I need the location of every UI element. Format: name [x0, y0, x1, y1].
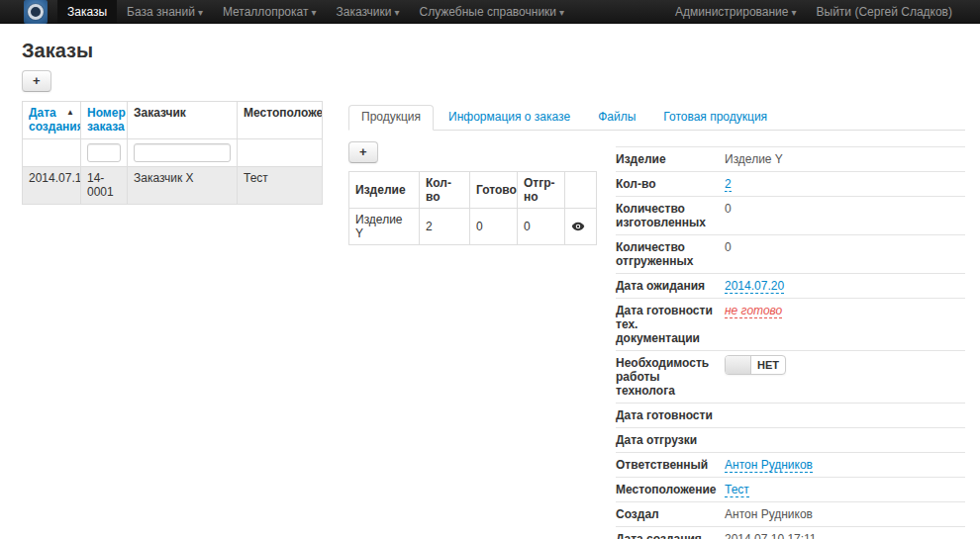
- orders-filter-cell: [238, 138, 323, 166]
- chevron-down-icon: ▾: [198, 7, 203, 18]
- products-column-header: [565, 172, 597, 209]
- order-cell: Тест: [238, 166, 323, 204]
- editable-value[interactable]: Тест: [725, 483, 749, 497]
- detail-row: МестоположениеТест: [616, 477, 965, 501]
- sort-asc-icon[interactable]: ▲: [66, 108, 74, 118]
- add-order-button[interactable]: +: [22, 70, 51, 92]
- orders-table: ▲Дата созданияНомер заказаЗаказчикМестоп…: [22, 101, 323, 205]
- order-cell: 14-0001: [81, 166, 128, 204]
- logo-icon[interactable]: [24, 0, 48, 24]
- detail-value: 0: [725, 235, 965, 259]
- navbar-left: ЗаказыБаза знаний▾Металлопрокат▾Заказчик…: [24, 0, 574, 23]
- detail-row: Дата готовности тех. документациине гото…: [616, 298, 965, 350]
- order-cell: Заказчик X: [128, 166, 238, 204]
- detail-label: Дата ожидания: [616, 274, 725, 298]
- detail-label: Необходимость работы технолога: [616, 351, 725, 403]
- tab-3[interactable]: Готовая продукция: [650, 105, 780, 131]
- products-column-header: Готово: [470, 172, 518, 209]
- detail-value: [725, 428, 965, 451]
- detail-row: Необходимость работы технологаНЕТ: [616, 350, 965, 403]
- navbar-item-label: Заказчики: [336, 5, 391, 19]
- orders-column-header: Номер заказа: [81, 102, 128, 139]
- products-column-header: Кол-во: [420, 172, 470, 209]
- detail-value: НЕТ: [725, 351, 965, 380]
- chevron-down-icon: ▾: [311, 7, 316, 18]
- navbar-item-label: База знаний: [127, 5, 195, 19]
- detail-value: Изделие Y: [725, 147, 965, 171]
- orders-filter-input-1[interactable]: [87, 143, 121, 162]
- products-panel: + ИзделиеКол-воГотовоОтгр-но Изделие Y20…: [348, 131, 616, 245]
- products-table: ИзделиеКол-воГотовоОтгр-но Изделие Y200: [348, 171, 597, 245]
- orders-column-label: Местоположение: [244, 106, 323, 120]
- products-column-header: Изделие: [349, 172, 420, 209]
- tab-1[interactable]: Информация о заказе: [436, 105, 583, 131]
- orders-column-label[interactable]: Номер заказа: [87, 106, 126, 134]
- detail-label: Количество отгруженных: [616, 235, 725, 273]
- detail-label: Дата отгрузки: [616, 428, 725, 452]
- detail-value: Антон Рудников: [725, 502, 965, 526]
- chevron-down-icon: ▾: [791, 7, 796, 18]
- orders-column-header: Местоположение: [238, 102, 323, 139]
- navbar-item-3[interactable]: Заказчики▾: [326, 0, 409, 23]
- detail-value: не готово: [725, 299, 965, 322]
- product-action-cell: [565, 209, 597, 245]
- tab-bar: ПродукцияИнформация о заказеФайлыГотовая…: [348, 105, 965, 131]
- navbar-item-0[interactable]: Заказы: [57, 0, 117, 23]
- chevron-down-icon: ▾: [559, 7, 564, 18]
- toggle-knob-icon: [726, 356, 751, 374]
- navbar-item-label: Выйти (Сергей Сладков): [817, 5, 952, 19]
- logo-ring-icon: [28, 4, 44, 20]
- tab-2[interactable]: Файлы: [585, 105, 648, 131]
- navbar: ЗаказыБаза знаний▾Металлопрокат▾Заказчик…: [0, 0, 980, 24]
- editable-value[interactable]: Антон Рудников: [725, 458, 813, 473]
- editable-value[interactable]: 2: [725, 177, 732, 192]
- detail-row: СоздалАнтон Рудников: [616, 501, 965, 526]
- detail-value: Антон Рудников: [725, 453, 965, 477]
- product-details: ИзделиеИзделие YКол-во2Количество изгото…: [616, 146, 965, 539]
- orders-filter-row: [23, 138, 323, 166]
- detail-value: 2014.07.10 17:11: [725, 527, 965, 539]
- detail-text-value: 0: [725, 202, 732, 216]
- editable-empty-value[interactable]: не готово: [725, 304, 782, 318]
- products-header-row: ИзделиеКол-воГотовоОтгр-но: [349, 172, 597, 209]
- navbar-right-item-1[interactable]: Выйти (Сергей Сладков): [807, 0, 962, 23]
- navbar-item-label: Заказы: [67, 5, 107, 19]
- order-row[interactable]: 2014.07.1014-0001Заказчик XТест: [23, 166, 323, 204]
- detail-text-value: 2014.07.10 17:11: [725, 532, 817, 539]
- detail-label: Дата готовности тех. документации: [616, 299, 725, 350]
- navbar-item-1[interactable]: База знаний▾: [117, 0, 213, 23]
- navbar-right-item-0[interactable]: Администрирование▾: [665, 0, 806, 23]
- detail-value: [725, 404, 965, 426]
- detail-value: Тест: [725, 478, 965, 501]
- eye-icon[interactable]: [571, 220, 585, 233]
- detail-label: Кол-во: [616, 172, 725, 196]
- orders-column-label: Заказчик: [134, 106, 186, 120]
- detail-value: 0: [725, 197, 965, 221]
- navbar-right: Администрирование▾Выйти (Сергей Сладков): [665, 0, 962, 23]
- detail-text-value: 0: [725, 240, 732, 254]
- detail-row: Кол-во2: [616, 171, 965, 196]
- orders-filter-input-2[interactable]: [134, 143, 231, 162]
- detail-row: Дата ожидания2014.07.20: [616, 273, 965, 298]
- detail-value: 2014.07.20: [725, 274, 965, 298]
- detail-label: Изделие: [616, 147, 725, 171]
- page-title: Заказы: [22, 40, 965, 62]
- technologist-toggle[interactable]: НЕТ: [725, 355, 786, 375]
- detail-row: Количество отгруженных0: [616, 234, 965, 273]
- orders-filter-cell: [128, 138, 238, 166]
- navbar-item-4[interactable]: Служебные справочники▾: [410, 0, 575, 23]
- orders-panel: ▲Дата созданияНомер заказаЗаказчикМестоп…: [22, 92, 322, 205]
- navbar-item-2[interactable]: Металлопрокат▾: [213, 0, 327, 23]
- detail-label: Создал: [616, 502, 725, 526]
- detail-label: Местоположение: [616, 478, 725, 501]
- orders-filter-cell: [81, 138, 128, 166]
- detail-row: Дата создания2014.07.10 17:11: [616, 526, 965, 539]
- editable-value[interactable]: 2014.07.20: [725, 279, 784, 294]
- add-product-button[interactable]: +: [348, 141, 378, 163]
- toggle-state-label: НЕТ: [751, 356, 785, 374]
- navbar-item-label: Служебные справочники: [420, 5, 557, 19]
- tab-0[interactable]: Продукция: [348, 105, 434, 131]
- orders-column-header: Заказчик: [128, 102, 238, 139]
- detail-row: Дата готовности: [616, 403, 965, 427]
- orders-column-header: ▲Дата создания: [23, 102, 81, 139]
